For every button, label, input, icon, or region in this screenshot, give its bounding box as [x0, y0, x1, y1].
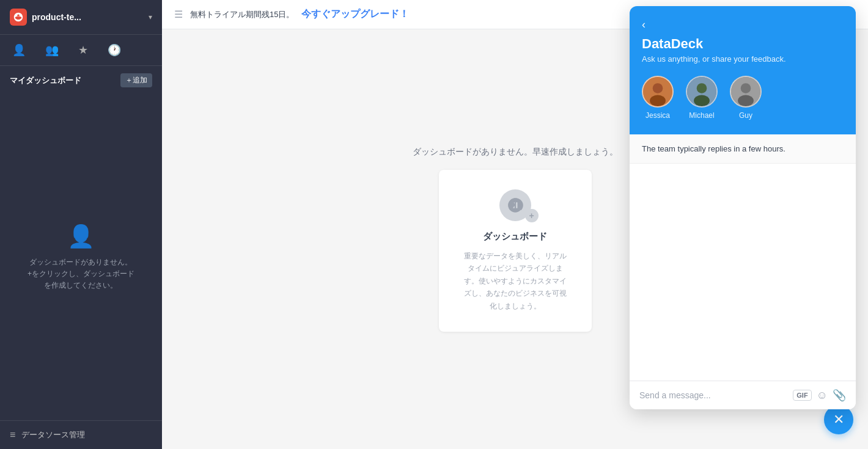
nav-user-icon[interactable]: 👤	[10, 41, 28, 59]
jessica-name: Jessica	[645, 111, 670, 120]
dropdown-icon[interactable]: ▾	[149, 13, 152, 21]
svg-point-1	[653, 83, 663, 93]
agent-michael: Michael	[686, 76, 718, 120]
agent-jessica: Jessica	[642, 76, 674, 120]
create-dashboard-card[interactable]: + ダッシュボード 重要なデータを美しく、リアルタイムにビジュアライズします。使…	[439, 170, 592, 332]
plus-icon: +	[525, 209, 539, 222]
jessica-avatar	[642, 76, 674, 108]
svg-point-8	[738, 95, 754, 106]
close-icon: ✕	[833, 412, 844, 428]
chat-panel: ‹ DataDeck Ask us anything, or share you…	[630, 6, 856, 409]
nav-clock-icon[interactable]: 🕐	[105, 41, 123, 59]
chat-title: DataDeck	[642, 36, 844, 52]
section-title: マイダッシュボード	[10, 75, 81, 86]
hamburger-icon: ≡	[10, 429, 15, 440]
sidebar-header: product-te... ▾	[0, 0, 162, 35]
sidebar-nav: 👤 👥 ★ 🕐	[0, 35, 162, 66]
chat-header: ‹ DataDeck Ask us anything, or share you…	[630, 6, 856, 134]
gif-button[interactable]: GIF	[793, 390, 811, 401]
app-title: product-te...	[32, 12, 144, 22]
card-description: 重要なデータを美しく、リアルタイムにビジュアライズします。使いやすようにカスタマ…	[463, 250, 567, 312]
trial-notice: 無料トライアル期間残15日。	[190, 9, 294, 20]
chat-input-actions: GIF ☺ 📎	[793, 389, 846, 402]
sidebar: product-te... ▾ 👤 👥 ★ 🕐 マイダッシュボード ＋追加 👤 …	[0, 0, 162, 449]
card-icon-container: +	[463, 189, 567, 221]
svg-point-5	[694, 95, 710, 106]
reply-time-notice: The team typically replies in a few hour…	[630, 134, 856, 164]
upgrade-link[interactable]: 今すぐアップグレード！	[301, 8, 409, 21]
guy-name: Guy	[739, 111, 752, 120]
chat-messages-area[interactable]	[630, 164, 856, 381]
guy-avatar	[730, 76, 762, 108]
menu-toggle-icon[interactable]: ☰	[174, 9, 183, 20]
main-empty-text: ダッシュボードがありません。早速作成しましょう。	[413, 147, 618, 158]
attach-button[interactable]: 📎	[833, 389, 846, 402]
svg-point-4	[697, 83, 707, 93]
chat-back-button[interactable]: ‹	[642, 18, 645, 31]
michael-avatar	[686, 76, 718, 108]
add-dashboard-button[interactable]: ＋追加	[120, 73, 152, 87]
chat-message-input[interactable]	[639, 390, 788, 400]
empty-state-icon: 👤	[67, 224, 95, 249]
section-header: マイダッシュボード ＋追加	[0, 66, 162, 95]
app-logo	[10, 9, 27, 26]
chat-close-fab[interactable]: ✕	[824, 405, 853, 434]
michael-name: Michael	[689, 111, 714, 120]
chat-subtitle: Ask us anything, or share your feedback.	[642, 54, 844, 64]
data-source-label: データソース管理	[21, 429, 85, 440]
chat-agents-list: Jessica Michael	[642, 76, 844, 120]
chat-input-area: GIF ☺ 📎	[630, 381, 856, 409]
card-title: ダッシュボード	[463, 231, 567, 243]
svg-point-2	[650, 95, 666, 106]
nav-star-icon[interactable]: ★	[76, 41, 90, 59]
emoji-button[interactable]: ☺	[817, 389, 828, 402]
data-source-footer[interactable]: ≡ データソース管理	[0, 420, 162, 449]
nav-group-icon[interactable]: 👥	[43, 41, 61, 59]
agent-guy: Guy	[730, 76, 762, 120]
empty-state-description: ダッシュボードがありません。+をクリックし、ダッシュボードを作成してください。	[28, 257, 134, 292]
sidebar-empty-state: 👤 ダッシュボードがありません。+をクリックし、ダッシュボードを作成してください…	[0, 95, 162, 420]
svg-point-7	[741, 83, 751, 93]
